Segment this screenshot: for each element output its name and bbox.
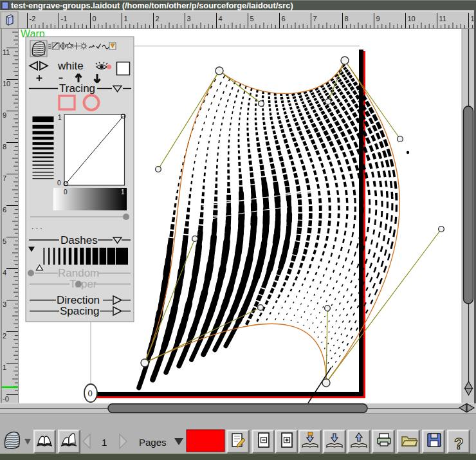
svg-text:1: 1 xyxy=(58,114,62,121)
svg-text:Taper: Taper xyxy=(69,278,97,290)
svg-text:10: 10 xyxy=(408,15,416,23)
svg-text:2: 2 xyxy=(156,15,160,23)
svg-text:11: 11 xyxy=(439,15,446,23)
svg-text:7: 7 xyxy=(313,15,317,23)
svg-text:. . .: . . . xyxy=(32,222,42,231)
svg-text:-1: -1 xyxy=(61,15,68,23)
svg-text:-2: -2 xyxy=(30,15,36,23)
svg-text:5: 5 xyxy=(3,237,6,245)
svg-text:4: 4 xyxy=(3,269,6,277)
svg-text:?: ? xyxy=(454,435,464,452)
svg-text:Pages: Pages xyxy=(139,437,167,448)
svg-text:Spacing: Spacing xyxy=(60,305,99,317)
svg-text:3: 3 xyxy=(3,300,6,308)
svg-text:Dashes: Dashes xyxy=(60,234,98,246)
svg-text:test-engrave-groups.laidout (/: test-engrave-groups.laidout (/home/tom/o… xyxy=(11,1,293,10)
svg-text:8: 8 xyxy=(3,143,6,151)
svg-text:Tracing: Tracing xyxy=(59,82,95,95)
svg-text:white: white xyxy=(57,60,84,72)
svg-text:0: 0 xyxy=(93,15,96,23)
svg-text:9: 9 xyxy=(376,15,380,23)
svg-text:3: 3 xyxy=(187,15,191,23)
svg-text:0: 0 xyxy=(57,179,61,187)
svg-text:4: 4 xyxy=(219,15,223,23)
svg-text:-0: -0 xyxy=(3,395,9,403)
svg-text:6: 6 xyxy=(3,206,6,214)
svg-text:8: 8 xyxy=(345,15,349,23)
svg-text:2: 2 xyxy=(3,332,6,340)
svg-text:7: 7 xyxy=(3,174,6,182)
svg-text:9: 9 xyxy=(3,111,6,119)
svg-text:5: 5 xyxy=(250,15,254,23)
svg-text:0: 0 xyxy=(64,189,68,196)
svg-text:1: 1 xyxy=(3,363,6,371)
svg-text:1: 1 xyxy=(102,437,107,448)
svg-text:1: 1 xyxy=(124,15,128,23)
svg-text:0: 0 xyxy=(88,389,93,398)
svg-text:1: 1 xyxy=(121,189,125,196)
svg-text:10: 10 xyxy=(3,80,10,87)
svg-text:11: 11 xyxy=(3,48,10,56)
svg-text:6: 6 xyxy=(282,15,286,23)
